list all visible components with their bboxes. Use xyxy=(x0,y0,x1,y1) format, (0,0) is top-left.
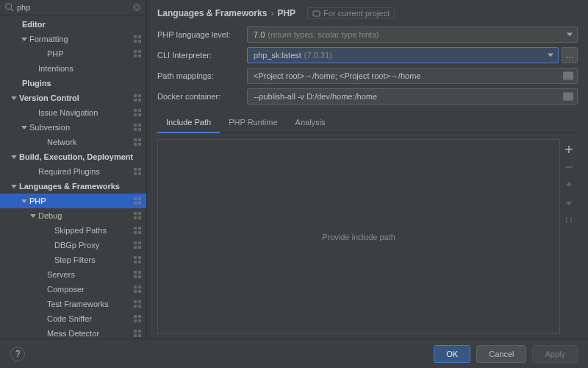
tree-arrow-icon[interactable] xyxy=(21,124,28,131)
tree-item[interactable]: Skipped Paths xyxy=(0,223,146,238)
clear-search-icon[interactable] xyxy=(132,2,142,13)
svg-rect-65 xyxy=(134,319,137,322)
tree-item[interactable]: Network xyxy=(0,135,146,149)
svg-rect-13 xyxy=(134,99,137,102)
tree-arrow-spacer xyxy=(29,65,37,72)
path-mappings-label: Path mappings: xyxy=(157,71,247,80)
svg-rect-41 xyxy=(134,231,137,234)
settings-sidebar: EditorFormattingPHPIntentionsPluginsVers… xyxy=(0,0,147,339)
folder-icon[interactable] xyxy=(563,72,573,80)
tab-php-runtime[interactable]: PHP Runtime xyxy=(220,113,286,132)
lang-level-select[interactable]: 7.0 (return types, scalar type hints) xyxy=(247,26,578,43)
project-icon xyxy=(312,10,320,18)
svg-rect-56 xyxy=(138,286,141,289)
svg-rect-53 xyxy=(134,275,137,278)
move-up-button xyxy=(563,179,575,191)
project-scope-icon xyxy=(133,138,142,146)
cli-interpreter-select[interactable]: php_sk:latest (7.0.31) xyxy=(247,47,559,63)
cancel-button[interactable]: Cancel xyxy=(476,345,526,363)
lang-level-label: PHP language level: xyxy=(157,30,247,39)
tree-item[interactable]: Version Control xyxy=(0,91,146,105)
tree-item-label: Issue Navigation xyxy=(38,108,130,117)
breadcrumb-leaf: PHP xyxy=(277,8,295,18)
tree-item[interactable]: Code Sniffer xyxy=(0,311,146,326)
tab-include-path[interactable]: Include Path xyxy=(157,113,220,133)
svg-rect-60 xyxy=(138,300,141,303)
svg-rect-7 xyxy=(134,50,137,53)
tree-item[interactable]: Composer xyxy=(0,282,146,297)
search-input[interactable] xyxy=(17,3,132,12)
tree-arrow-icon[interactable] xyxy=(21,35,28,43)
tree-item[interactable]: Debug xyxy=(0,208,146,223)
svg-rect-24 xyxy=(138,138,141,141)
tree-arrow-spacer xyxy=(38,138,46,146)
tree-item[interactable]: Step Filters xyxy=(0,252,146,267)
svg-rect-44 xyxy=(138,241,141,244)
tree-arrow-spacer xyxy=(29,168,37,175)
tree-item-label: DBGp Proxy xyxy=(54,241,130,250)
svg-rect-36 xyxy=(138,212,141,215)
ok-button[interactable]: OK xyxy=(434,345,470,363)
move-down-button xyxy=(563,197,575,208)
svg-rect-16 xyxy=(138,109,141,112)
svg-rect-66 xyxy=(138,319,141,322)
folder-icon[interactable] xyxy=(563,93,573,101)
docker-container-field[interactable]: --publish-all -v D:/dev/home:/home xyxy=(247,88,578,105)
tree-item-label: Skipped Paths xyxy=(54,226,130,235)
tree-item-label: Test Frameworks xyxy=(47,300,130,308)
tree-item-label: Version Control xyxy=(19,93,130,102)
tree-item[interactable]: Subversion xyxy=(0,120,146,135)
breadcrumb-root: Languages & Frameworks xyxy=(157,8,267,18)
path-mappings-field[interactable]: <Project root>→/home; <Project root>→/ho… xyxy=(247,68,578,84)
tree-item[interactable]: Formatting xyxy=(0,32,146,46)
tree-item[interactable]: Languages & Frameworks xyxy=(0,179,146,194)
breadcrumb: Languages & Frameworks › PHP For current… xyxy=(157,7,578,19)
tree-arrow-spacer xyxy=(29,109,37,116)
svg-rect-32 xyxy=(138,197,141,200)
tree-item-label: Code Sniffer xyxy=(47,314,130,323)
tree-arrow-icon[interactable] xyxy=(10,94,18,102)
project-scope-icon xyxy=(133,35,142,43)
svg-rect-58 xyxy=(138,290,141,293)
tree-item[interactable]: Test Frameworks xyxy=(0,297,146,311)
apply-button: Apply xyxy=(532,345,578,363)
tree-item[interactable]: PHP xyxy=(0,194,146,208)
tree-item[interactable]: Editor xyxy=(0,17,146,32)
project-scope-icon xyxy=(133,49,142,58)
help-button[interactable]: ? xyxy=(10,347,25,361)
tab-analysis[interactable]: Analysis xyxy=(287,113,334,132)
project-scope-icon xyxy=(133,314,142,323)
tree-item[interactable]: Intentions xyxy=(0,61,146,76)
svg-rect-26 xyxy=(138,143,141,146)
tree-arrow-icon[interactable] xyxy=(21,197,28,205)
tree-item[interactable]: Mess Detector xyxy=(0,326,146,339)
tree-arrow-spacer xyxy=(13,21,21,28)
tree-item[interactable]: PHP xyxy=(0,46,146,61)
tree-item[interactable]: DBGp Proxy xyxy=(0,238,146,252)
settings-tree[interactable]: EditorFormattingPHPIntentionsPluginsVers… xyxy=(0,15,146,339)
tree-item[interactable]: Required Plugins xyxy=(0,164,146,179)
svg-rect-40 xyxy=(138,227,141,230)
include-path-list[interactable]: Provide include path xyxy=(157,139,560,334)
tree-item[interactable]: Issue Navigation xyxy=(0,105,146,120)
svg-rect-79 xyxy=(313,11,320,16)
tree-item[interactable]: Plugins xyxy=(0,76,146,91)
svg-rect-3 xyxy=(134,35,137,38)
svg-rect-31 xyxy=(134,197,137,200)
tree-arrow-icon[interactable] xyxy=(10,183,18,190)
svg-rect-50 xyxy=(138,261,141,263)
sort-button xyxy=(563,214,575,226)
svg-rect-38 xyxy=(138,216,141,219)
tree-item[interactable]: Servers xyxy=(0,267,146,282)
project-scope-icon xyxy=(133,300,142,308)
tree-item[interactable]: Build, Execution, Deployment xyxy=(0,149,146,164)
tree-arrow-icon[interactable] xyxy=(10,153,18,160)
cli-interpreter-browse-button[interactable]: … xyxy=(562,47,578,63)
svg-rect-52 xyxy=(138,271,141,274)
svg-rect-45 xyxy=(134,246,137,249)
project-scope-icon xyxy=(133,226,142,235)
tree-arrow-icon[interactable] xyxy=(29,212,37,219)
svg-rect-37 xyxy=(134,216,137,219)
project-scope-icon xyxy=(133,270,142,279)
add-button[interactable] xyxy=(563,144,575,155)
